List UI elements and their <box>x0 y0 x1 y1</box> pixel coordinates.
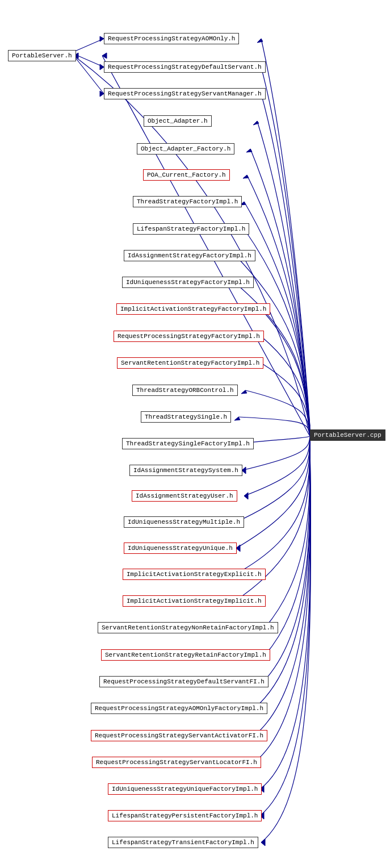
diagram-container: PortableServer.hRequestProcessingStrateg… <box>0 0 386 868</box>
svg-marker-38 <box>261 839 265 846</box>
node-PortableServer_h: PortableServer.h <box>8 50 76 61</box>
node-RequestProcessingStrategyDefaultServantFI_h: RequestProcessingStrategyDefaultServantF… <box>99 676 268 687</box>
svg-marker-1 <box>102 53 107 59</box>
node-ImplicitActivationStrategyImplicit_h: ImplicitActivationStrategyImplicit.h <box>123 595 266 607</box>
node-IdUniquenessStrategyUniqueFactoryImpl_h: IdUniquenessStrategyUniqueFactoryImpl.h <box>108 783 262 795</box>
svg-marker-21 <box>241 390 247 394</box>
node-ThreadStrategyFactoryImpl_h: ThreadStrategyFactoryImpl.h <box>133 196 242 207</box>
node-RequestProcessingStrategyServantManager_h: RequestProcessingStrategyServantManager.… <box>104 88 266 99</box>
node-IdUniquenessStrategyFactoryImpl_h: IdUniquenessStrategyFactoryImpl.h <box>122 277 254 288</box>
node-LifespanStrategyFactoryImpl_h: LifespanStrategyFactoryImpl.h <box>133 223 249 235</box>
svg-line-0 <box>102 56 310 436</box>
svg-line-2 <box>74 39 104 52</box>
node-ServantRetentionStrategyFactoryImpl_h: ServantRetentionStrategyFactoryImpl.h <box>117 357 263 369</box>
node-PortableServer_cpp: PortableServer.cpp <box>310 429 385 441</box>
node-RequestProcessingStrategyAOMOnlyFactoryImpl_h: RequestProcessingStrategyAOMOnlyFactoryI… <box>91 703 267 714</box>
node-IdAssignmentStrategyFactoryImpl_h: IdAssignmentStrategyFactoryImpl.h <box>124 250 255 261</box>
svg-marker-13 <box>243 175 249 178</box>
node-Object_Adapter_h: Object_Adapter.h <box>144 115 212 127</box>
node-LifespanStrategyTransientFactoryImpl_h: LifespanStrategyTransientFactoryImpl.h <box>108 837 258 848</box>
node-ServantRetentionStrategyNonRetainFactoryImpl_h: ServantRetentionStrategyNonRetainFactory… <box>98 622 278 633</box>
svg-marker-8 <box>257 39 263 43</box>
node-ImplicitActivationStrategyFactoryImpl_h: ImplicitActivationStrategyFactoryImpl.h <box>116 303 270 315</box>
svg-line-6 <box>74 56 104 94</box>
node-ThreadStrategySingleFactoryImpl_h: ThreadStrategySingleFactoryImpl.h <box>122 438 254 449</box>
svg-marker-24 <box>242 467 246 474</box>
node-ThreadStrategyORBControl_h: ThreadStrategyORBControl.h <box>132 385 238 396</box>
node-IdAssignmentStrategySystem_h: IdAssignmentStrategySystem.h <box>129 465 242 476</box>
node-LifespanStrategyPersistentFactoryImpl_h: LifespanStrategyPersistentFactoryImpl.h <box>108 810 262 821</box>
svg-line-4 <box>74 54 104 67</box>
node-Object_Adapter_Factory_h: Object_Adapter_Factory.h <box>137 143 234 155</box>
node-RequestProcessingStrategyFactoryImpl_h: RequestProcessingStrategyFactoryImpl.h <box>114 331 264 342</box>
svg-marker-22 <box>234 417 240 420</box>
svg-marker-7 <box>100 91 104 97</box>
svg-marker-3 <box>100 36 104 41</box>
node-IdUniquenessStrategyMultiple_h: IdUniquenessStrategyMultiple.h <box>124 516 244 528</box>
node-IdUniquenessStrategyUnique_h: IdUniquenessStrategyUnique.h <box>124 542 237 554</box>
svg-marker-11 <box>253 121 259 125</box>
svg-marker-27 <box>236 545 240 552</box>
node-ServantRetentionStrategyRetainFactoryImpl_h: ServantRetentionStrategyRetainFactoryImp… <box>101 649 270 661</box>
node-RequestProcessingStrategyServantActivatorFI_h: RequestProcessingStrategyServantActivato… <box>91 730 267 741</box>
node-ThreadStrategySingle_h: ThreadStrategySingle.h <box>141 411 231 423</box>
node-IdAssignmentStrategyUser_h: IdAssignmentStrategyUser.h <box>132 490 237 502</box>
node-POA_Current_Factory_h: POA_Current_Factory.h <box>143 169 230 181</box>
node-RequestProcessingStrategyDefaultServant_h: RequestProcessingStrategyDefaultServant.… <box>104 61 266 73</box>
node-ImplicitActivationStrategyExplicit_h: ImplicitActivationStrategyExplicit.h <box>123 569 266 580</box>
svg-marker-25 <box>244 493 248 499</box>
node-RequestProcessingStrategyServantLocatorFI_h: RequestProcessingStrategyServantLocatorF… <box>92 757 261 768</box>
svg-marker-12 <box>246 149 252 152</box>
svg-marker-5 <box>100 64 104 70</box>
node-RequestProcessingStrategyAOMOnly_h: RequestProcessingStrategyAOMOnly.h <box>104 33 239 44</box>
